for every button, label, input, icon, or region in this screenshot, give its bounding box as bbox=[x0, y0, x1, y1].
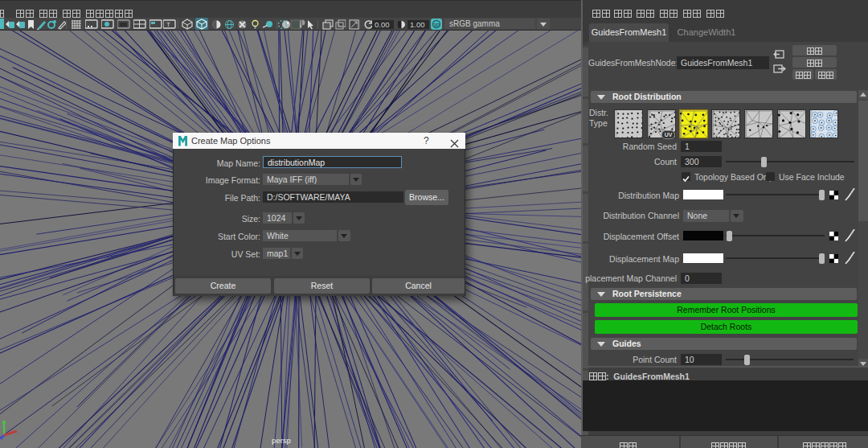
svg-text:T: T bbox=[166, 21, 170, 28]
svg-text:3D: 3D bbox=[434, 23, 440, 27]
